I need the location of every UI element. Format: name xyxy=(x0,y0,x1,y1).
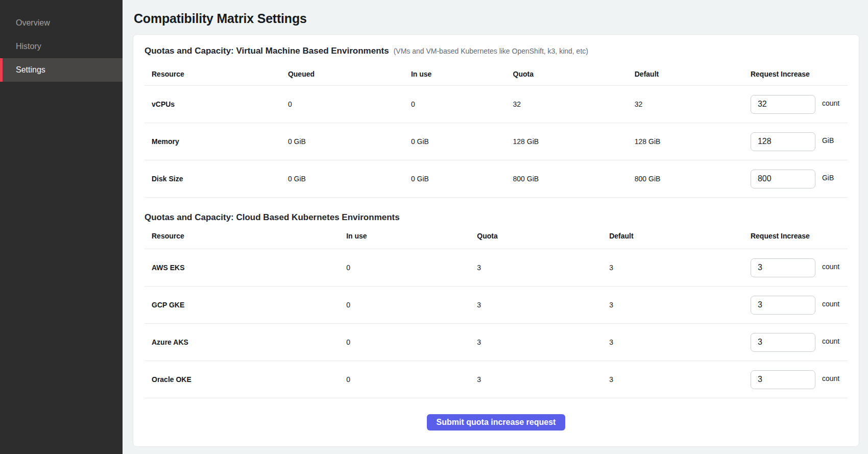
resource-label: AWS EKS xyxy=(144,264,346,272)
resource-label: Azure AKS xyxy=(144,338,346,346)
in-use-value: 0 xyxy=(346,375,477,384)
table-row-azure-aks: Azure AKS 0 3 3 count xyxy=(144,324,848,361)
resource-label: Oracle OKE xyxy=(144,375,346,384)
aws-eks-request-input[interactable] xyxy=(751,258,815,277)
col-header-quota: Quota xyxy=(477,232,609,240)
azure-aks-request-input[interactable] xyxy=(751,333,815,352)
cloud-table-header: Resource In use Quota Default Request In… xyxy=(144,223,848,249)
gcp-gke-request-input[interactable] xyxy=(751,296,815,315)
vm-section-subtitle: (VMs and VM-based Kubernetes like OpenSh… xyxy=(394,47,588,55)
oracle-oke-request-input[interactable] xyxy=(751,370,815,389)
unit-label: count xyxy=(822,99,839,107)
table-row-oracle-oke: Oracle OKE 0 3 3 count xyxy=(144,361,848,398)
default-value: 3 xyxy=(609,338,751,346)
col-header-request-increase: Request Increase xyxy=(751,232,848,240)
queued-value: 0 xyxy=(288,100,411,108)
col-header-in-use: In use xyxy=(346,232,477,240)
unit-label: GiB xyxy=(822,136,834,145)
quota-value: 128 GiB xyxy=(513,137,635,146)
settings-card: Quotas and Capacity: Virtual Machine Bas… xyxy=(133,34,859,447)
table-row-vcpus: vCPUs 0 0 32 32 count xyxy=(144,86,848,123)
default-value: 3 xyxy=(609,264,751,272)
vcpus-request-input[interactable] xyxy=(751,95,815,114)
sidebar-item-overview[interactable]: Overview xyxy=(0,11,123,35)
page-title: Compatibility Matrix Settings xyxy=(134,11,859,26)
in-use-value: 0 GiB xyxy=(411,175,513,183)
submit-quota-increase-button[interactable]: Submit quota increase request xyxy=(427,414,566,431)
quota-value: 3 xyxy=(477,338,609,346)
table-row-disk-size: Disk Size 0 GiB 0 GiB 800 GiB 800 GiB Gi… xyxy=(144,160,848,198)
unit-label: GiB xyxy=(822,174,834,182)
default-value: 128 GiB xyxy=(635,137,751,146)
default-value: 3 xyxy=(609,375,751,384)
resource-label: Disk Size xyxy=(144,175,288,183)
resource-label: GCP GKE xyxy=(144,301,346,309)
table-row-gcp-gke: GCP GKE 0 3 3 count xyxy=(144,286,848,324)
queued-value: 0 GiB xyxy=(288,137,411,146)
in-use-value: 0 GiB xyxy=(411,137,513,146)
in-use-value: 0 xyxy=(346,338,477,346)
col-header-default: Default xyxy=(635,70,751,78)
unit-label: count xyxy=(822,337,839,345)
submit-row: Submit quota increase request xyxy=(144,398,848,431)
cloud-section-title: Quotas and Capacity: Cloud Based Kuberne… xyxy=(144,212,400,223)
unit-label: count xyxy=(822,262,839,271)
table-row-memory: Memory 0 GiB 0 GiB 128 GiB 128 GiB GiB xyxy=(144,123,848,160)
col-header-resource: Resource xyxy=(144,70,288,78)
sidebar-item-settings[interactable]: Settings xyxy=(0,58,123,82)
in-use-value: 0 xyxy=(346,264,477,272)
sidebar-item-history[interactable]: History xyxy=(0,35,123,58)
vm-section-title: Quotas and Capacity: Virtual Machine Bas… xyxy=(144,46,389,56)
quota-value: 3 xyxy=(477,301,609,309)
quota-value: 800 GiB xyxy=(513,175,635,183)
resource-label: vCPUs xyxy=(144,100,288,108)
col-header-quota: Quota xyxy=(513,70,635,78)
main-content: Compatibility Matrix Settings Quotas and… xyxy=(123,0,868,454)
unit-label: count xyxy=(822,300,839,308)
col-header-default: Default xyxy=(609,232,751,240)
sidebar: Overview History Settings xyxy=(0,0,123,454)
queued-value: 0 GiB xyxy=(288,175,411,183)
col-header-in-use: In use xyxy=(411,70,513,78)
quota-value: 32 xyxy=(513,100,635,108)
in-use-value: 0 xyxy=(346,301,477,309)
resource-label: Memory xyxy=(144,137,288,146)
quota-value: 3 xyxy=(477,375,609,384)
vm-section-header: Quotas and Capacity: Virtual Machine Bas… xyxy=(144,46,848,56)
col-header-queued: Queued xyxy=(288,70,411,78)
col-header-resource: Resource xyxy=(144,232,346,240)
disk-size-request-input[interactable] xyxy=(751,170,815,188)
memory-request-input[interactable] xyxy=(751,132,815,151)
col-header-request-increase: Request Increase xyxy=(751,70,848,78)
vm-table-header: Resource Queued In use Quota Default Req… xyxy=(144,56,848,86)
cloud-section-header: Quotas and Capacity: Cloud Based Kuberne… xyxy=(144,212,848,223)
default-value: 800 GiB xyxy=(635,175,751,183)
quota-value: 3 xyxy=(477,264,609,272)
in-use-value: 0 xyxy=(411,100,513,108)
default-value: 3 xyxy=(609,301,751,309)
default-value: 32 xyxy=(635,100,751,108)
table-row-aws-eks: AWS EKS 0 3 3 count xyxy=(144,249,848,286)
unit-label: count xyxy=(822,374,839,383)
